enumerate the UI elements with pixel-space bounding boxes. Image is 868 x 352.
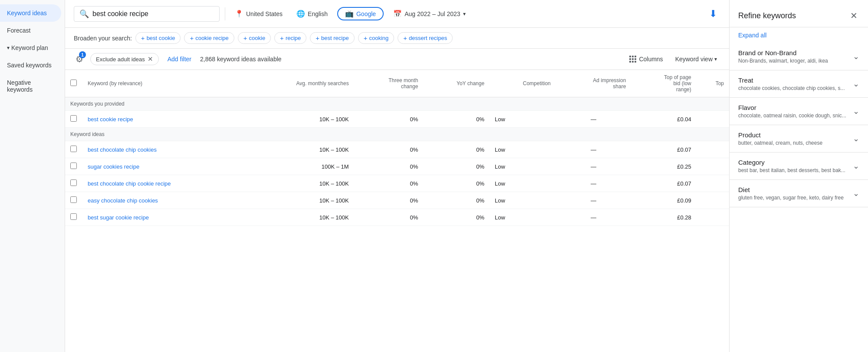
broaden-chip[interactable]: +recipe — [274, 32, 306, 44]
keyword-cell: best chocolate chip cookie recipe — [82, 175, 245, 192]
competition-cell: Low — [490, 175, 556, 192]
refine-section-header: Category best bar, best italian, best de… — [738, 159, 859, 173]
chip-label: cookie — [249, 35, 266, 41]
broaden-chip[interactable]: +cooking — [358, 32, 395, 44]
table-row: best chocolate chip cookies 10K – 100K 0… — [65, 141, 729, 158]
table-container: Keyword (by relevance) Avg. monthly sear… — [65, 70, 729, 352]
three-month-cell: 0% — [354, 158, 424, 175]
download-button[interactable]: ⬇ — [706, 5, 720, 23]
refine-section-treat[interactable]: Treat chocolate cookies, chocolate chip … — [730, 70, 868, 98]
refine-panel-close-button[interactable]: ✕ — [848, 9, 859, 23]
row-checkbox-cell[interactable] — [65, 192, 82, 209]
refine-section-header: Flavor chocolate, oatmeal raisin, cookie… — [738, 104, 859, 119]
row-checkbox[interactable] — [70, 115, 77, 122]
language-icon: 🌐 — [296, 10, 305, 18]
filter-bar: ⚙ 1 Exclude adult ideas ✕ Add filter 2,8… — [65, 49, 729, 70]
expand-all-button[interactable]: Expand all — [730, 27, 868, 43]
refine-section-title: Diet — [738, 186, 844, 193]
broaden-label: Broaden your search: — [74, 35, 132, 42]
row-checkbox-cell[interactable] — [65, 141, 82, 158]
search-box[interactable]: 🔍 — [74, 6, 220, 22]
location-selector[interactable]: 📍 United States — [230, 7, 287, 20]
ad-impression-cell: — — [556, 141, 631, 158]
row-checkbox-cell[interactable] — [65, 209, 82, 226]
select-all-header[interactable] — [65, 70, 82, 97]
row-checkbox[interactable] — [70, 163, 77, 169]
section-header-label: Keyword ideas — [65, 128, 729, 141]
date-range-selector[interactable]: 📅 Aug 2022 – Jul 2023 ▾ — [389, 7, 470, 20]
refine-section-diet[interactable]: Diet gluten free, vegan, sugar free, ket… — [730, 180, 868, 207]
sidebar-item-forecast[interactable]: Forecast — [0, 22, 61, 39]
exclude-chip[interactable]: Exclude adult ideas ✕ — [90, 53, 159, 65]
avg-monthly-cell: 10K – 100K — [245, 141, 354, 158]
keyword-link[interactable]: best sugar cookie recipe — [88, 214, 149, 221]
row-checkbox-cell[interactable] — [65, 111, 82, 128]
keyword-view-button[interactable]: Keyword view ▾ — [672, 54, 720, 64]
three-month-cell: 0% — [354, 141, 424, 158]
refine-section-title: Product — [738, 131, 822, 139]
language-selector[interactable]: 🌐 English — [292, 7, 332, 20]
refine-section-text: Product butter, oatmeal, cream, nuts, ch… — [738, 131, 822, 146]
table-body: Keywords you provided best cookie recipe… — [65, 97, 729, 226]
filter-icon-button[interactable]: ⚙ 1 — [74, 52, 85, 66]
row-checkbox-cell[interactable] — [65, 158, 82, 175]
col-header-three-month: Three monthchange — [354, 70, 424, 97]
search-input[interactable] — [92, 10, 214, 18]
row-checkbox[interactable] — [70, 179, 77, 186]
grid-icon — [629, 56, 636, 63]
refine-section-subtitle: gluten free, vegan, sugar free, keto, da… — [738, 195, 844, 201]
keyword-link[interactable]: best chocolate chip cookie recipe — [88, 180, 171, 187]
sidebar-item-keyword-plan[interactable]: Keyword plan — [0, 39, 61, 56]
top-bid-high-cell — [697, 158, 729, 175]
row-checkbox-cell[interactable] — [65, 175, 82, 192]
avg-monthly-cell: 10K – 100K — [245, 192, 354, 209]
col-header-competition: Competition — [490, 70, 556, 97]
row-checkbox[interactable] — [70, 146, 77, 152]
refine-section-category[interactable]: Category best bar, best italian, best de… — [730, 153, 868, 180]
broaden-chip[interactable]: +cookie — [238, 32, 271, 44]
keyword-cell: sugar cookies recipe — [82, 158, 245, 175]
columns-button[interactable]: Columns — [626, 54, 666, 64]
competition-cell: Low — [490, 141, 556, 158]
sidebar: Keyword ideasForecastKeyword planSaved k… — [0, 0, 65, 352]
top-bid-high-cell — [697, 111, 729, 128]
chip-label: best recipe — [321, 35, 349, 41]
competition-cell: Low — [490, 209, 556, 226]
sidebar-item-keyword-ideas[interactable]: Keyword ideas — [0, 4, 61, 22]
ideas-count: 2,868 keyword ideas available — [200, 56, 282, 63]
refine-section-title: Category — [738, 159, 845, 166]
select-all-checkbox[interactable] — [70, 80, 77, 86]
network-selector[interactable]: 📺 Google — [337, 7, 384, 20]
refine-section-flavor[interactable]: Flavor chocolate, oatmeal raisin, cookie… — [730, 98, 868, 125]
keyword-link[interactable]: best chocolate chip cookies — [88, 146, 157, 153]
broaden-chip[interactable]: +best recipe — [310, 32, 354, 44]
plus-icon: + — [364, 34, 368, 42]
chevron-down-icon: ⌄ — [853, 106, 859, 116]
sidebar-item-negative-keywords[interactable]: Negative keywords — [0, 74, 61, 98]
refine-section-header: Diet gluten free, vegan, sugar free, ket… — [738, 186, 859, 201]
keyword-link[interactable]: best cookie recipe — [88, 116, 133, 123]
avg-monthly-cell: 10K – 100K — [245, 175, 354, 192]
plus-icon: + — [141, 34, 145, 42]
top-bid-high-cell — [697, 192, 729, 209]
row-checkbox[interactable] — [70, 196, 77, 203]
row-checkbox[interactable] — [70, 213, 77, 220]
table-row: best chocolate chip cookie recipe 10K – … — [65, 175, 729, 192]
exclude-chip-label: Exclude adult ideas — [96, 56, 145, 63]
top-bid-low-cell: £0.09 — [631, 192, 696, 209]
refine-section-product[interactable]: Product butter, oatmeal, cream, nuts, ch… — [730, 125, 868, 153]
broaden-chip[interactable]: +dessert recipes — [398, 32, 453, 44]
calendar-icon: 📅 — [393, 10, 402, 18]
broaden-chip[interactable]: +cookie recipe — [184, 32, 234, 44]
topbar: 🔍 📍 United States 🌐 English 📺 Google 📅 A… — [65, 0, 729, 28]
col-header-avg-monthly: Avg. monthly searches — [245, 70, 354, 97]
add-filter-button[interactable]: Add filter — [164, 54, 195, 64]
col-header-top-bid-low: Top of pagebid (lowrange) — [631, 70, 696, 97]
refine-section-brand-nonbrand[interactable]: Brand or Non-Brand Non-Brands, walmart, … — [730, 43, 868, 70]
sidebar-item-saved-keywords[interactable]: Saved keywords — [0, 56, 61, 74]
broaden-chip[interactable]: +best cookie — [135, 32, 181, 44]
keyword-link[interactable]: sugar cookies recipe — [88, 163, 139, 170]
exclude-chip-remove[interactable]: ✕ — [148, 55, 153, 63]
keyword-link[interactable]: easy chocolate chip cookies — [88, 197, 158, 204]
col-header-yoy: YoY change — [423, 70, 490, 97]
